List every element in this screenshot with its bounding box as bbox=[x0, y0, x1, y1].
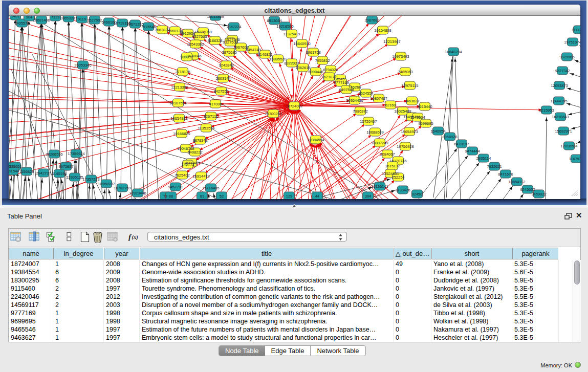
svg-text:6990448: 6990448 bbox=[308, 70, 323, 74]
svg-text:7625402: 7625402 bbox=[175, 173, 189, 178]
svg-text:92450: 92450 bbox=[412, 192, 423, 196]
svg-text:10654112: 10654112 bbox=[509, 180, 526, 184]
svg-text:8267110: 8267110 bbox=[204, 114, 219, 119]
svg-text:10807487: 10807487 bbox=[370, 96, 387, 101]
svg-text:16136141: 16136141 bbox=[371, 184, 388, 189]
svg-text:1621072: 1621072 bbox=[321, 75, 336, 79]
svg-text:8215953: 8215953 bbox=[539, 108, 554, 113]
svg-text:8958928: 8958928 bbox=[442, 135, 457, 139]
svg-text:7113: 7113 bbox=[51, 16, 59, 19]
svg-text:1156829: 1156829 bbox=[19, 169, 34, 174]
svg-text:12213369: 12213369 bbox=[171, 85, 188, 90]
svg-text:19751074: 19751074 bbox=[564, 40, 580, 45]
svg-text:129: 129 bbox=[286, 194, 293, 199]
svg-text:20206536: 20206536 bbox=[46, 152, 62, 157]
svg-text:1117404: 1117404 bbox=[572, 28, 580, 32]
svg-text:8322037: 8322037 bbox=[284, 61, 299, 65]
svg-text:9699695: 9699695 bbox=[418, 121, 433, 126]
svg-text:10025488: 10025488 bbox=[394, 109, 411, 114]
svg-text:18807249: 18807249 bbox=[371, 141, 388, 145]
svg-text:1405571: 1405571 bbox=[14, 21, 29, 26]
svg-text:1733426: 1733426 bbox=[395, 188, 410, 192]
svg-text:(x): (x) bbox=[132, 234, 138, 240]
svg-text:19384554: 19384554 bbox=[307, 138, 324, 142]
svg-text:10688609: 10688609 bbox=[366, 130, 383, 135]
svg-text:12975115: 12975115 bbox=[402, 83, 419, 88]
svg-text:16640910: 16640910 bbox=[293, 41, 310, 46]
svg-text:16120746: 16120746 bbox=[389, 159, 406, 163]
svg-text:9474444: 9474444 bbox=[465, 149, 480, 154]
svg-text:7955812: 7955812 bbox=[315, 58, 330, 63]
svg-text:15716485: 15716485 bbox=[202, 186, 219, 190]
svg-text:2087682: 2087682 bbox=[364, 18, 379, 23]
svg-text:391544: 391544 bbox=[9, 169, 19, 173]
svg-text:2935114: 2935114 bbox=[476, 156, 491, 161]
svg-text:9777169: 9777169 bbox=[334, 80, 349, 85]
svg-text:15720407: 15720407 bbox=[360, 119, 377, 124]
svg-text:15226058: 15226058 bbox=[194, 30, 211, 34]
svg-text:3875685: 3875685 bbox=[222, 50, 236, 55]
svg-text:20364436: 20364436 bbox=[346, 98, 363, 103]
svg-text:19218506: 19218506 bbox=[276, 24, 293, 29]
svg-text:140773: 140773 bbox=[181, 162, 194, 167]
svg-text:7986372: 7986372 bbox=[353, 109, 367, 114]
svg-text:1615132: 1615132 bbox=[385, 164, 400, 168]
svg-text:10653287: 10653287 bbox=[60, 16, 77, 20]
svg-text:20053346: 20053346 bbox=[74, 63, 91, 68]
svg-text:12093873: 12093873 bbox=[551, 83, 568, 88]
svg-text:20691406: 20691406 bbox=[33, 18, 50, 23]
svg-text:9119: 9119 bbox=[78, 17, 86, 21]
svg-text:16210643: 16210643 bbox=[552, 115, 569, 119]
svg-text:3624554: 3624554 bbox=[358, 91, 373, 96]
svg-text:25300293: 25300293 bbox=[265, 112, 281, 116]
svg-text:17016504: 17016504 bbox=[560, 144, 577, 148]
svg-text:10654923: 10654923 bbox=[170, 116, 187, 121]
svg-text:9975887: 9975887 bbox=[58, 164, 73, 169]
svg-text:9457791: 9457791 bbox=[168, 185, 183, 189]
svg-text:17357223: 17357223 bbox=[82, 177, 99, 182]
svg-text:88: 88 bbox=[169, 194, 173, 199]
svg-text:16543362: 16543362 bbox=[187, 42, 204, 47]
svg-text:19166829: 19166829 bbox=[173, 132, 190, 136]
svg-text:1167533: 1167533 bbox=[569, 157, 580, 161]
svg-text:9245652: 9245652 bbox=[520, 187, 535, 192]
svg-text:9463627: 9463627 bbox=[404, 99, 419, 103]
svg-text:16033809: 16033809 bbox=[207, 16, 224, 19]
svg-text:6794028: 6794028 bbox=[323, 68, 338, 72]
svg-text:7357224: 7357224 bbox=[226, 25, 241, 29]
svg-text:2942737: 2942737 bbox=[36, 171, 51, 176]
svg-text:52: 52 bbox=[220, 194, 224, 199]
svg-text:12923446: 12923446 bbox=[129, 191, 146, 195]
svg-text:10973493: 10973493 bbox=[392, 54, 409, 59]
svg-text:6961758: 6961758 bbox=[306, 50, 320, 55]
svg-text:17359924: 17359924 bbox=[68, 151, 84, 156]
svg-text:335051: 335051 bbox=[9, 164, 21, 169]
svg-text:8471676: 8471676 bbox=[498, 172, 513, 177]
svg-text:6497568: 6497568 bbox=[339, 87, 354, 92]
svg-text:8813054: 8813054 bbox=[267, 18, 281, 23]
svg-text:8454749: 8454749 bbox=[246, 48, 260, 52]
svg-text:16648794: 16648794 bbox=[445, 50, 462, 54]
svg-text:9146821: 9146821 bbox=[257, 52, 272, 57]
svg-text:11353594: 11353594 bbox=[198, 126, 215, 130]
svg-text:8186328: 8186328 bbox=[207, 38, 222, 43]
svg-text:44: 44 bbox=[315, 194, 319, 199]
svg-text:2803144: 2803144 bbox=[215, 76, 230, 81]
svg-text:7485063: 7485063 bbox=[398, 70, 412, 74]
svg-text:11325419: 11325419 bbox=[284, 32, 300, 36]
svg-text:61: 61 bbox=[200, 194, 204, 199]
svg-text:7632621: 7632621 bbox=[487, 164, 502, 169]
svg-text:252254: 252254 bbox=[391, 175, 404, 180]
svg-text:10958107: 10958107 bbox=[98, 182, 115, 186]
svg-text:18724007: 18724007 bbox=[286, 104, 302, 108]
svg-text:9084067: 9084067 bbox=[380, 152, 395, 157]
svg-text:9242848: 9242848 bbox=[219, 63, 233, 68]
svg-text:1461: 1461 bbox=[11, 16, 20, 18]
svg-text:19654923: 19654923 bbox=[401, 129, 418, 134]
svg-text:1640954: 1640954 bbox=[430, 129, 445, 134]
svg-text:5498222: 5498222 bbox=[187, 150, 202, 155]
svg-text:19756928: 19756928 bbox=[397, 144, 413, 149]
svg-text:989012: 989012 bbox=[180, 55, 193, 59]
svg-text:8878342: 8878342 bbox=[192, 138, 207, 143]
svg-text:417006: 417006 bbox=[209, 102, 222, 106]
